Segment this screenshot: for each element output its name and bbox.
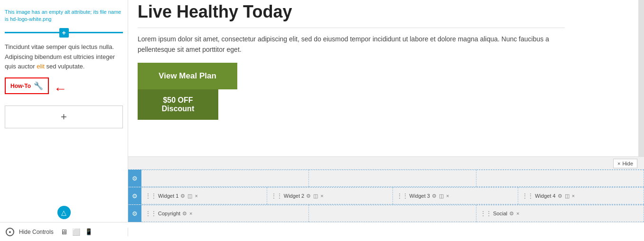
desktop-icon[interactable]: 🖥 xyxy=(60,228,67,236)
hide-x-icon: × xyxy=(617,161,620,166)
widget-row-handle-3[interactable]: ⚙ xyxy=(128,205,141,222)
drag-icon: ⋮⋮ xyxy=(397,193,408,199)
logo-area: This image has an empty alt attribute; i… xyxy=(5,5,123,28)
widget-cell-1-2 xyxy=(309,170,476,187)
widget-4-chip: ⋮⋮ Widget 4 ⚙ ◫ × xyxy=(522,193,575,199)
widget-cell-1-3 xyxy=(476,170,644,187)
widget-cell-1-1 xyxy=(141,170,309,187)
widget-4-close-btn[interactable]: × xyxy=(571,193,575,199)
sidebar-bottom: △ xyxy=(0,203,128,222)
widget-cell-2-3: ⋮⋮ Widget 3 ⚙ ◫ × xyxy=(393,187,519,204)
logo-alt-text: This image has an empty alt attribute; i… xyxy=(5,9,123,23)
how-to-widget[interactable]: How-To 🔧 xyxy=(5,77,49,94)
drag-icon: ⋮⋮ xyxy=(145,193,157,199)
hide-controls-label[interactable]: Hide Controls xyxy=(19,229,54,235)
copyright-chip: ⋮⋮ Copyright ⚙ × xyxy=(145,210,193,217)
drag-icon: ⋮⋮ xyxy=(522,193,533,199)
hide-label: Hide xyxy=(622,161,633,166)
widget-2-gear-btn[interactable]: ⚙ xyxy=(306,193,311,199)
widget-cell-3-1: ⋮⋮ Copyright ⚙ × xyxy=(141,205,309,222)
widget-1-copy-btn[interactable]: ◫ xyxy=(187,193,193,199)
slider-line-right xyxy=(69,32,123,33)
widget-2-copy-btn[interactable]: ◫ xyxy=(313,193,318,199)
widget-3-close-btn[interactable]: × xyxy=(446,193,449,199)
widget-1-close-btn[interactable]: × xyxy=(194,193,198,199)
widget-row-handle-1[interactable]: ⚙ xyxy=(128,170,141,187)
teal-circle-icon[interactable]: △ xyxy=(57,206,71,219)
widget-cell-3-2 xyxy=(309,205,476,222)
widget-4-gear-btn[interactable]: ⚙ xyxy=(557,193,563,199)
widget-row-2: ⚙ ⋮⋮ Widget 1 ⚙ ◫ × ⋮⋮ xyxy=(128,187,644,204)
how-to-label: How-To xyxy=(10,83,31,89)
drag-icon: ⋮⋮ xyxy=(480,210,492,217)
widget-row-1: ⚙ xyxy=(128,169,644,187)
copyright-close-btn[interactable]: × xyxy=(189,211,193,216)
widget-row-3: ⚙ ⋮⋮ Copyright ⚙ × ⋮⋮ So xyxy=(128,204,644,222)
widget-2-close-btn[interactable]: × xyxy=(320,193,324,199)
hide-btn-row: × Hide xyxy=(128,157,644,169)
widget-row-1-cells xyxy=(141,170,644,187)
sidebar: This image has an empty alt attribute; i… xyxy=(0,0,128,222)
red-arrow-icon: ← xyxy=(54,81,67,96)
widget-area: × Hide ⚙ ⚙ ⋮⋮ xyxy=(128,157,644,222)
widget-row-3-cells: ⋮⋮ Copyright ⚙ × ⋮⋮ Social ⚙ × xyxy=(141,205,644,222)
how-to-row: How-To 🔧 ← xyxy=(5,77,123,100)
widget-cell-2-4: ⋮⋮ Widget 4 ⚙ ◫ × xyxy=(518,187,644,204)
drag-icon: ⋮⋮ xyxy=(271,193,282,199)
copyright-gear-btn[interactable]: ⚙ xyxy=(182,211,187,217)
widget-2-label: Widget 2 xyxy=(284,193,304,199)
social-label: Social xyxy=(493,211,507,216)
sidebar-body-text: Tincidunt vitae semper quis lectus nulla… xyxy=(5,42,123,72)
widget-cell-3-3: ⋮⋮ Social ⚙ × xyxy=(476,205,644,222)
slider-line-left xyxy=(5,32,59,33)
widget-row-handle-2[interactable]: ⚙ xyxy=(128,187,141,204)
content-area: Live Healthy Today Lorem ipsum dolor sit… xyxy=(128,0,644,222)
widget-row-2-cells: ⋮⋮ Widget 1 ⚙ ◫ × ⋮⋮ Widget 2 ⚙ ◫ xyxy=(141,187,644,204)
discount-button[interactable]: $50 OFF Discount xyxy=(138,89,218,120)
widget-cell-2-1: ⋮⋮ Widget 1 ⚙ ◫ × xyxy=(141,187,267,204)
view-meal-plan-button[interactable]: View Meal Plan xyxy=(138,63,237,89)
page-description: Lorem ipsum dolor sit amet, consectetur … xyxy=(138,28,565,55)
widget-3-chip: ⋮⋮ Widget 3 ⚙ ◫ × xyxy=(397,193,450,199)
copyright-label: Copyright xyxy=(158,211,180,216)
drag-icon: ⋮⋮ xyxy=(145,210,157,217)
widget-1-chip: ⋮⋮ Widget 1 ⚙ ◫ × xyxy=(145,193,198,199)
add-block-button[interactable]: + xyxy=(5,106,123,128)
widget-cell-2-2: ⋮⋮ Widget 2 ⚙ ◫ × xyxy=(267,187,393,204)
preview-pane: Live Healthy Today Lorem ipsum dolor sit… xyxy=(128,0,644,157)
page-title: Live Healthy Today xyxy=(138,0,635,22)
hide-button[interactable]: × Hide xyxy=(613,159,637,168)
cta-buttons: View Meal Plan $50 OFF Discount xyxy=(138,63,237,120)
sidebar-content: This image has an empty alt attribute; i… xyxy=(0,0,128,203)
tablet-icon[interactable]: ⬜ xyxy=(72,228,80,236)
social-gear-btn[interactable]: ⚙ xyxy=(509,211,514,217)
widget-4-copy-btn[interactable]: ◫ xyxy=(564,193,570,199)
how-to-icon: 🔧 xyxy=(34,81,43,90)
slider-thumb[interactable]: + xyxy=(59,28,69,38)
widget-1-label: Widget 1 xyxy=(158,193,178,199)
preview-inner: Live Healthy Today Lorem ipsum dolor sit… xyxy=(128,0,644,156)
social-close-btn[interactable]: × xyxy=(516,211,520,216)
social-chip: ⋮⋮ Social ⚙ × xyxy=(480,210,520,217)
mobile-icon[interactable]: 📱 xyxy=(85,228,93,235)
widget-3-label: Widget 3 xyxy=(410,193,430,199)
widget-3-gear-btn[interactable]: ⚙ xyxy=(431,193,437,199)
widget-4-label: Widget 4 xyxy=(535,193,555,199)
slider-container: + xyxy=(5,28,123,38)
widget-3-copy-btn[interactable]: ◫ xyxy=(439,193,444,199)
widget-2-chip: ⋮⋮ Widget 2 ⚙ ◫ × xyxy=(271,193,324,199)
circle-icon: ● xyxy=(6,228,14,236)
widget-1-gear-btn[interactable]: ⚙ xyxy=(180,193,186,199)
